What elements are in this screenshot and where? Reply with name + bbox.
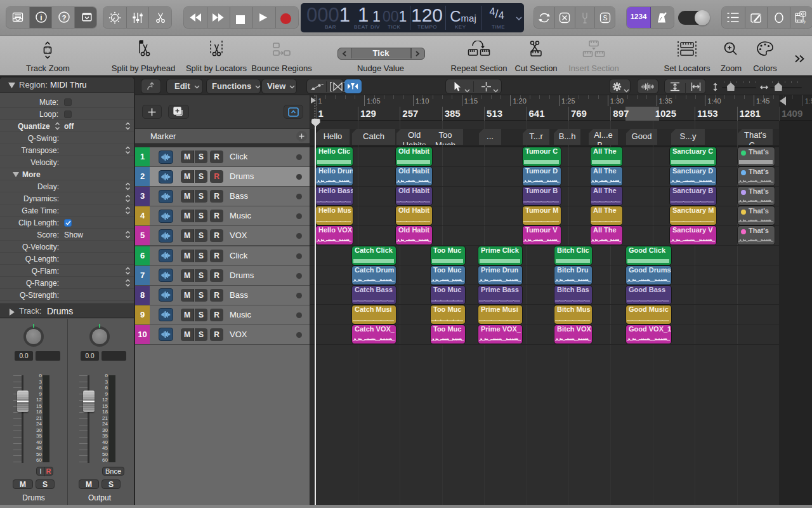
svg-text:?: ? — [62, 14, 66, 22]
svg-text:i: i — [40, 13, 42, 22]
svg-text:S: S — [603, 14, 607, 22]
svg-text:♪: ♪ — [803, 18, 806, 25]
